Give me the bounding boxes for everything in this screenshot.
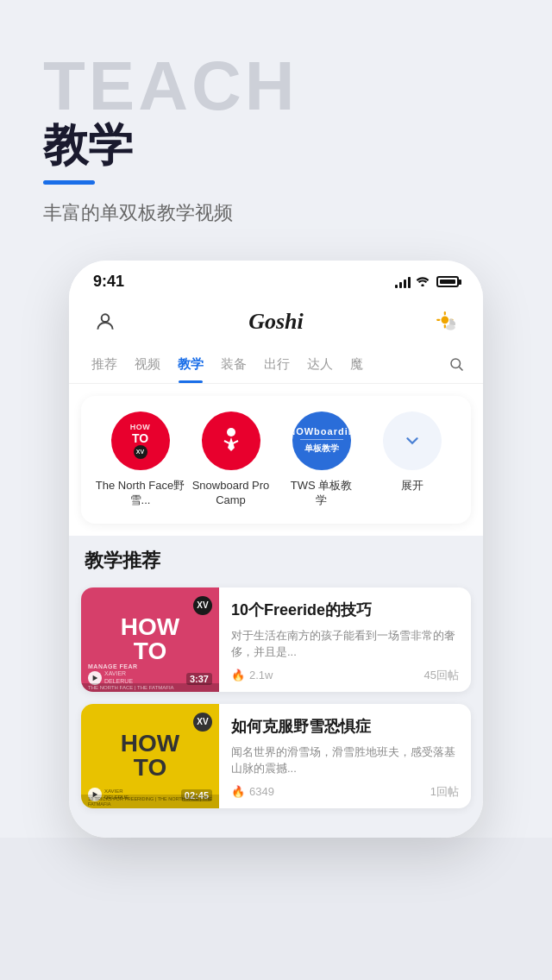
user-icon[interactable] bbox=[90, 306, 121, 337]
xv-badge-1: XV bbox=[193, 596, 212, 615]
video-info-2: 如何克服野雪恐惧症 闻名世界的滑雪场，滑雪胜地班夫，感受落基山脉的震撼... 🔥… bbox=[219, 704, 471, 808]
svg-point-7 bbox=[446, 324, 455, 330]
comment-count-1: 45回帖 bbox=[424, 668, 459, 683]
category-expand[interactable]: 展开 bbox=[367, 411, 457, 493]
svg-line-9 bbox=[459, 368, 462, 371]
view-count-2: 🔥 6349 bbox=[231, 785, 274, 798]
video-card-2[interactable]: HOW TO XV XAVIERDELERUE bbox=[81, 704, 471, 808]
status-time: 9:41 bbox=[93, 273, 124, 291]
svg-point-8 bbox=[451, 359, 461, 368]
recommend-section: 教学推荐 HOW TO XV MANAGE FEAR bbox=[69, 536, 483, 838]
category-northface[interactable]: HOW TO XV The North Face野雪... bbox=[95, 411, 185, 508]
tab-gear[interactable]: 装备 bbox=[212, 349, 255, 383]
phone-mockup: 9:41 bbox=[43, 261, 509, 838]
snowboard-icon bbox=[202, 411, 260, 470]
video-meta-2: 🔥 6349 1回帖 bbox=[231, 784, 459, 800]
category-row: HOW TO XV The North Face野雪... bbox=[95, 411, 457, 508]
hero-title-zh: 教学 bbox=[43, 121, 509, 170]
expand-button[interactable] bbox=[383, 411, 442, 470]
tws-label: TWS 单板教学 bbox=[291, 479, 353, 508]
wifi-icon bbox=[416, 275, 430, 289]
video-title-1: 10个Freeride的技巧 bbox=[231, 600, 459, 620]
svg-point-1 bbox=[102, 315, 110, 323]
snowboard-label: Snowboard Pro Camp bbox=[185, 479, 276, 508]
comment-count-2: 1回帖 bbox=[430, 784, 459, 800]
video-thumb-2: HOW TO XV XAVIERDELERUE bbox=[81, 704, 219, 808]
tws-icon: SNOWboarding 单板教学 bbox=[292, 411, 351, 470]
view-count-1: 🔥 2.1w bbox=[231, 669, 273, 682]
hero-title-en: TEACH bbox=[43, 52, 509, 121]
search-button[interactable] bbox=[443, 349, 469, 383]
video-info-1: 10个Freeride的技巧 对于生活在南方的孩子能看到一场雪非常的奢侈，并且是… bbox=[219, 587, 471, 692]
svg-marker-11 bbox=[93, 675, 98, 680]
fire-icon-1: 🔥 bbox=[231, 669, 245, 682]
section-title: 教学推荐 bbox=[81, 548, 471, 574]
nav-tabs: 推荐 视频 教学 装备 出行 达人 魔 bbox=[69, 344, 483, 384]
tab-travel[interactable]: 出行 bbox=[255, 349, 298, 383]
app-logo: Goshi bbox=[248, 309, 304, 335]
app-header: Goshi bbox=[69, 298, 483, 344]
expand-label: 展开 bbox=[401, 479, 423, 493]
video-title-2: 如何克服野雪恐惧症 bbox=[231, 716, 459, 737]
video-desc-1: 对于生活在南方的孩子能看到一场雪非常的奢侈，并且是... bbox=[231, 627, 459, 661]
tab-video[interactable]: 视频 bbox=[126, 349, 169, 383]
northface-label: The North Face野雪... bbox=[95, 479, 185, 508]
signal-icon bbox=[395, 276, 411, 288]
weather-icon[interactable] bbox=[431, 306, 462, 337]
video-card-1[interactable]: HOW TO XV MANAGE FEAR XAVIERDELE bbox=[81, 587, 471, 692]
tab-teach[interactable]: 教学 bbox=[169, 349, 212, 383]
tab-more[interactable]: 魔 bbox=[342, 349, 372, 383]
svg-point-2 bbox=[441, 317, 448, 324]
fire-icon-2: 🔥 bbox=[231, 785, 245, 798]
video-meta-1: 🔥 2.1w 45回帖 bbox=[231, 668, 459, 683]
battery-icon bbox=[436, 276, 459, 287]
svg-point-10 bbox=[227, 428, 235, 437]
category-snowboard[interactable]: Snowboard Pro Camp bbox=[185, 411, 276, 508]
hero-subtitle: 丰富的单双板教学视频 bbox=[43, 200, 509, 226]
video-desc-2: 闻名世界的滑雪场，滑雪胜地班夫，感受落基山脉的震撼... bbox=[231, 744, 459, 777]
tab-master[interactable]: 达人 bbox=[298, 349, 342, 383]
status-bar: 9:41 bbox=[69, 261, 483, 298]
video-thumb-1: HOW TO XV MANAGE FEAR XAVIERDELE bbox=[81, 587, 219, 692]
status-icons bbox=[395, 275, 459, 289]
hero-section: TEACH 教学 丰富的单双板教学视频 9:41 bbox=[0, 0, 552, 838]
category-tws[interactable]: SNOWboarding 单板教学 TWS 单板教学 bbox=[276, 411, 367, 508]
phone-frame: 9:41 bbox=[69, 261, 483, 838]
tab-recommend[interactable]: 推荐 bbox=[83, 349, 126, 383]
svg-point-0 bbox=[421, 284, 423, 286]
xv-badge-2: XV bbox=[193, 713, 212, 732]
category-section: HOW TO XV The North Face野雪... bbox=[81, 396, 471, 524]
northface-icon: HOW TO XV bbox=[111, 411, 170, 470]
accent-bar bbox=[43, 180, 95, 185]
